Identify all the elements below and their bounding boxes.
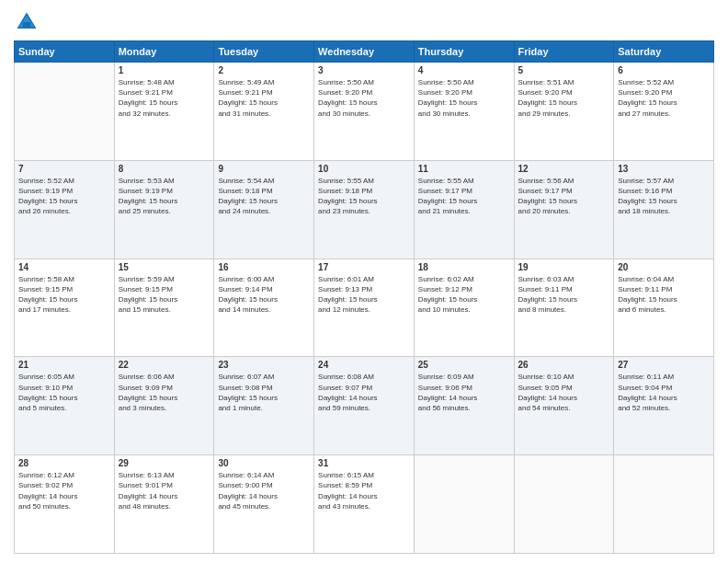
calendar-cell: 12Sunrise: 5:56 AM Sunset: 9:17 PM Dayli… — [514, 160, 614, 259]
day-info: Sunrise: 6:07 AM Sunset: 9:08 PM Dayligh… — [218, 372, 310, 413]
calendar-week-row: 7Sunrise: 5:52 AM Sunset: 9:19 PM Daylig… — [15, 160, 714, 259]
day-number: 6 — [618, 65, 710, 75]
day-info: Sunrise: 5:54 AM Sunset: 9:18 PM Dayligh… — [218, 176, 310, 217]
col-header-sunday: Sunday — [15, 41, 115, 63]
day-info: Sunrise: 6:06 AM Sunset: 9:09 PM Dayligh… — [119, 372, 210, 413]
day-info: Sunrise: 6:15 AM Sunset: 8:59 PM Dayligh… — [318, 470, 410, 511]
calendar-cell: 4Sunrise: 5:50 AM Sunset: 9:20 PM Daylig… — [414, 63, 514, 161]
day-info: Sunrise: 5:58 AM Sunset: 9:15 PM Dayligh… — [18, 274, 110, 316]
calendar-cell: 10Sunrise: 5:55 AM Sunset: 9:18 PM Dayli… — [314, 160, 415, 259]
day-info: Sunrise: 6:13 AM Sunset: 9:01 PM Dayligh… — [119, 470, 210, 511]
day-number: 22 — [119, 360, 210, 370]
day-info: Sunrise: 5:57 AM Sunset: 9:16 PM Dayligh… — [618, 176, 710, 217]
calendar-cell: 26Sunrise: 6:10 AM Sunset: 9:05 PM Dayli… — [514, 357, 614, 455]
day-info: Sunrise: 6:00 AM Sunset: 9:14 PM Dayligh… — [218, 274, 310, 316]
calendar-cell: 20Sunrise: 6:04 AM Sunset: 9:11 PM Dayli… — [614, 259, 714, 357]
day-number: 17 — [318, 262, 410, 272]
day-info: Sunrise: 5:48 AM Sunset: 9:21 PM Dayligh… — [119, 77, 210, 119]
col-header-tuesday: Tuesday — [214, 41, 314, 63]
day-number: 3 — [318, 65, 410, 75]
day-info: Sunrise: 6:02 AM Sunset: 9:12 PM Dayligh… — [418, 274, 510, 316]
day-info: Sunrise: 5:52 AM Sunset: 9:20 PM Dayligh… — [618, 77, 710, 119]
day-info: Sunrise: 6:04 AM Sunset: 9:11 PM Dayligh… — [618, 274, 710, 316]
calendar-cell — [414, 455, 514, 554]
day-info: Sunrise: 6:05 AM Sunset: 9:10 PM Dayligh… — [18, 372, 110, 413]
calendar-cell: 5Sunrise: 5:51 AM Sunset: 9:20 PM Daylig… — [514, 63, 614, 161]
day-info: Sunrise: 6:03 AM Sunset: 9:11 PM Dayligh… — [518, 274, 610, 316]
day-number: 18 — [418, 262, 510, 272]
calendar-cell: 7Sunrise: 5:52 AM Sunset: 9:19 PM Daylig… — [15, 160, 115, 259]
day-info: Sunrise: 5:51 AM Sunset: 9:20 PM Dayligh… — [518, 77, 610, 119]
calendar-cell: 3Sunrise: 5:50 AM Sunset: 9:20 PM Daylig… — [314, 63, 415, 161]
calendar-cell: 28Sunrise: 6:12 AM Sunset: 9:02 PM Dayli… — [15, 455, 115, 554]
logo — [14, 9, 43, 35]
day-number: 25 — [418, 360, 510, 370]
col-header-thursday: Thursday — [414, 41, 514, 63]
calendar-cell: 1Sunrise: 5:48 AM Sunset: 9:21 PM Daylig… — [114, 63, 214, 161]
calendar-cell: 22Sunrise: 6:06 AM Sunset: 9:09 PM Dayli… — [114, 357, 214, 455]
day-info: Sunrise: 5:52 AM Sunset: 9:19 PM Dayligh… — [18, 176, 110, 217]
calendar-cell: 19Sunrise: 6:03 AM Sunset: 9:11 PM Dayli… — [514, 259, 614, 357]
day-number: 20 — [618, 262, 710, 272]
day-number: 21 — [18, 360, 110, 370]
calendar-cell: 13Sunrise: 5:57 AM Sunset: 9:16 PM Dayli… — [614, 160, 714, 259]
day-number: 15 — [119, 262, 210, 272]
logo-icon — [14, 9, 40, 35]
day-number: 2 — [218, 65, 310, 75]
day-number: 30 — [218, 458, 310, 468]
calendar-cell: 9Sunrise: 5:54 AM Sunset: 9:18 PM Daylig… — [214, 160, 314, 259]
day-number: 9 — [218, 164, 310, 174]
day-info: Sunrise: 6:14 AM Sunset: 9:00 PM Dayligh… — [218, 470, 310, 511]
calendar-cell: 23Sunrise: 6:07 AM Sunset: 9:08 PM Dayli… — [214, 357, 314, 455]
col-header-saturday: Saturday — [614, 41, 714, 63]
svg-rect-2 — [23, 22, 30, 29]
day-info: Sunrise: 6:09 AM Sunset: 9:06 PM Dayligh… — [418, 372, 510, 413]
day-number: 8 — [119, 164, 210, 174]
day-number: 28 — [18, 458, 110, 468]
calendar-cell: 30Sunrise: 6:14 AM Sunset: 9:00 PM Dayli… — [214, 455, 314, 554]
col-header-monday: Monday — [114, 41, 214, 63]
calendar-cell: 27Sunrise: 6:11 AM Sunset: 9:04 PM Dayli… — [614, 357, 714, 455]
day-info: Sunrise: 5:50 AM Sunset: 9:20 PM Dayligh… — [318, 77, 410, 119]
calendar-cell: 8Sunrise: 5:53 AM Sunset: 9:19 PM Daylig… — [114, 160, 214, 259]
day-number: 19 — [518, 262, 610, 272]
calendar-cell: 25Sunrise: 6:09 AM Sunset: 9:06 PM Dayli… — [414, 357, 514, 455]
page: SundayMondayTuesdayWednesdayThursdayFrid… — [0, 0, 728, 563]
calendar-cell: 31Sunrise: 6:15 AM Sunset: 8:59 PM Dayli… — [314, 455, 415, 554]
day-info: Sunrise: 5:56 AM Sunset: 9:17 PM Dayligh… — [518, 176, 610, 217]
day-info: Sunrise: 5:53 AM Sunset: 9:19 PM Dayligh… — [119, 176, 210, 217]
calendar-week-row: 1Sunrise: 5:48 AM Sunset: 9:21 PM Daylig… — [15, 63, 714, 161]
day-info: Sunrise: 6:10 AM Sunset: 9:05 PM Dayligh… — [518, 372, 610, 413]
day-info: Sunrise: 5:59 AM Sunset: 9:15 PM Dayligh… — [119, 274, 210, 316]
day-number: 4 — [418, 65, 510, 75]
day-number: 24 — [318, 360, 410, 370]
col-header-wednesday: Wednesday — [314, 41, 415, 63]
day-number: 23 — [218, 360, 310, 370]
calendar-week-row: 14Sunrise: 5:58 AM Sunset: 9:15 PM Dayli… — [15, 259, 714, 357]
calendar-cell: 11Sunrise: 5:55 AM Sunset: 9:17 PM Dayli… — [414, 160, 514, 259]
header — [14, 9, 714, 35]
col-header-friday: Friday — [514, 41, 614, 63]
day-info: Sunrise: 6:01 AM Sunset: 9:13 PM Dayligh… — [318, 274, 410, 316]
calendar-week-row: 21Sunrise: 6:05 AM Sunset: 9:10 PM Dayli… — [15, 357, 714, 455]
calendar-table: SundayMondayTuesdayWednesdayThursdayFrid… — [14, 40, 714, 554]
day-number: 12 — [518, 164, 610, 174]
day-number: 1 — [119, 65, 210, 75]
day-number: 13 — [618, 164, 710, 174]
day-number: 29 — [119, 458, 210, 468]
calendar-header-row: SundayMondayTuesdayWednesdayThursdayFrid… — [15, 41, 714, 63]
day-info: Sunrise: 5:49 AM Sunset: 9:21 PM Dayligh… — [218, 77, 310, 119]
day-number: 16 — [218, 262, 310, 272]
calendar-cell: 18Sunrise: 6:02 AM Sunset: 9:12 PM Dayli… — [414, 259, 514, 357]
day-number: 14 — [18, 262, 110, 272]
calendar-cell: 21Sunrise: 6:05 AM Sunset: 9:10 PM Dayli… — [15, 357, 115, 455]
day-info: Sunrise: 6:12 AM Sunset: 9:02 PM Dayligh… — [18, 470, 110, 511]
day-info: Sunrise: 6:11 AM Sunset: 9:04 PM Dayligh… — [618, 372, 710, 413]
calendar-cell: 15Sunrise: 5:59 AM Sunset: 9:15 PM Dayli… — [114, 259, 214, 357]
calendar-cell: 14Sunrise: 5:58 AM Sunset: 9:15 PM Dayli… — [15, 259, 115, 357]
calendar-cell: 16Sunrise: 6:00 AM Sunset: 9:14 PM Dayli… — [214, 259, 314, 357]
day-number: 5 — [518, 65, 610, 75]
day-number: 7 — [18, 164, 110, 174]
calendar-cell — [15, 63, 115, 161]
calendar-cell — [514, 455, 614, 554]
